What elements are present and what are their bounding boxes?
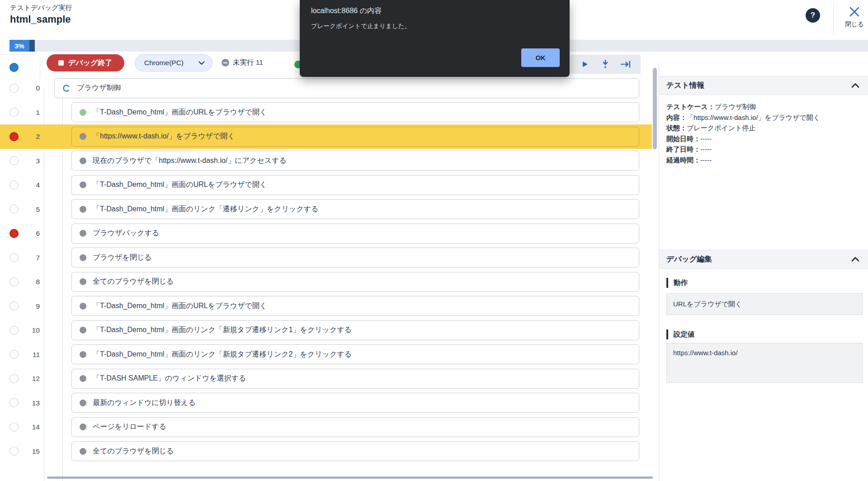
resume-button[interactable] <box>577 57 593 72</box>
step-box[interactable]: 「T-Dash_Demo_html」画面のURLをブラウザで開く <box>71 175 639 195</box>
breakpoint-off-radio[interactable] <box>9 205 19 214</box>
select-all-radio[interactable] <box>9 63 19 72</box>
info-elapsed: 経過時間：----- <box>666 155 865 166</box>
step-row[interactable]: 13最新のウィンドウに切り替える <box>0 391 652 415</box>
step-box[interactable]: ブラウザバックする <box>71 224 639 243</box>
debug-edit-header[interactable]: デバッグ編集 <box>659 250 868 269</box>
close-button[interactable]: 閉じる <box>842 5 867 29</box>
step-row[interactable]: 12「T-DASH SAMPLE」のウィンドウを選択する <box>0 367 652 391</box>
chevron-up-icon[interactable] <box>851 257 859 262</box>
step-label: 「T-Dash_Demo_html」画面のリンク「遷移リンク」をクリックする <box>93 205 319 214</box>
breakpoint-off-radio[interactable] <box>9 350 19 359</box>
breakpoint-off-radio[interactable] <box>9 253 19 262</box>
run-to-end-icon <box>621 60 631 68</box>
step-row[interactable]: 4「T-Dash_Demo_html」画面のURLをブラウザで開く <box>0 173 652 197</box>
status-pending-icon <box>80 206 86 213</box>
step-label: 全てのブラウザを閉じる <box>93 277 174 286</box>
step-row[interactable]: 9「T-Dash_Demo_html」画面のURLをブラウザで開く <box>0 294 652 319</box>
step-row[interactable]: 15全てのブラウザを閉じる <box>0 439 652 464</box>
step-row[interactable]: 6ブラウザバックする <box>0 221 652 246</box>
step-number: 5 <box>18 205 40 214</box>
step-number: 0 <box>18 84 40 92</box>
status-pending-icon <box>80 351 86 358</box>
step-box[interactable]: 「T-Dash_Demo_html」画面のリンク「遷移リンク」をクリックする <box>71 199 639 219</box>
step-label: 「T-Dash_Demo_html」画面のURLをブラウザで開く <box>93 301 267 311</box>
step-row[interactable]: 1「T-Dash_Demo_html」画面のURLをブラウザで開く <box>0 100 652 125</box>
step-row[interactable]: 3現在のブラウザで「https://www.t-dash.io/」にアクセスする <box>0 149 652 173</box>
not-run-badge: 未実行 11 <box>222 58 263 67</box>
step-number: 11 <box>18 351 40 359</box>
vertical-scrollbar[interactable] <box>653 68 657 149</box>
dialog-ok-button[interactable]: OK <box>521 48 560 67</box>
step-label: ブラウザ制御 <box>77 83 121 93</box>
step-box[interactable]: 「T-DASH SAMPLE」のウィンドウを選択する <box>71 369 639 389</box>
step-row[interactable]: 7ブラウザを閉じる <box>0 246 652 270</box>
step-label: 「T-Dash_Demo_html」画面のリンク「新規タブ遷移リンク2」をクリッ… <box>93 350 352 359</box>
close-icon <box>842 5 867 19</box>
step-number: 8 <box>18 278 40 286</box>
step-box[interactable]: 「T-Dash_Demo_html」画面のURLをブラウザで開く <box>71 296 639 316</box>
step-number: 6 <box>18 229 40 238</box>
breakpoint-off-radio[interactable] <box>9 447 19 456</box>
breakpoint-off-radio[interactable] <box>9 108 19 117</box>
stop-icon <box>58 60 64 66</box>
step-box[interactable]: 「https://www.t-dash.io/」をブラウザで開く <box>71 127 639 147</box>
info-content: 内容：「https://www.t-dash.io/」をブラウザで開く <box>666 112 865 123</box>
setting-field[interactable]: https://www.t-dash.io/ <box>666 343 863 383</box>
step-box[interactable]: 全てのブラウザを閉じる <box>71 441 639 461</box>
step-box[interactable]: 「T-Dash_Demo_html」画面のリンク「新規タブ遷移リンク2」をクリッ… <box>71 344 639 364</box>
step-number: 12 <box>18 375 40 383</box>
run-to-end-button[interactable] <box>618 57 633 72</box>
status-passed-icon <box>80 109 86 116</box>
debug-edit-title: デバッグ編集 <box>666 254 712 264</box>
help-button[interactable]: ? <box>806 8 820 23</box>
breakpoint-off-radio[interactable] <box>9 301 19 310</box>
stop-debug-button[interactable]: デバッグ終了 <box>47 54 124 71</box>
step-number: 15 <box>18 448 40 456</box>
step-row[interactable]: 8全てのブラウザを閉じる <box>0 270 652 294</box>
step-box[interactable]: 「T-Dash_Demo_html」画面のリンク「新規タブ遷移リンク1」をクリッ… <box>71 320 639 340</box>
step-row[interactable]: 0ブラウザ制御 <box>0 76 652 100</box>
horizontal-scrollbar[interactable] <box>47 476 653 479</box>
step-box[interactable]: 「T-Dash_Demo_html」画面のURLをブラウザで開く <box>71 102 639 122</box>
step-into-button[interactable] <box>598 57 613 72</box>
breakpoint-off-radio[interactable] <box>9 326 19 335</box>
breakpoint-off-radio[interactable] <box>9 398 19 407</box>
step-label: 現在のブラウザで「https://www.t-dash.io/」にアクセスする <box>93 156 287 166</box>
step-box[interactable]: 最新のウィンドウに切り替える <box>71 393 639 413</box>
step-row[interactable]: 10「T-Dash_Demo_html」画面のリンク「新規タブ遷移リンク1」をク… <box>0 318 652 343</box>
step-row[interactable]: 11「T-Dash_Demo_html」画面のリンク「新規タブ遷移リンク2」をク… <box>0 343 652 367</box>
step-box[interactable]: ページをリロードする <box>71 417 639 437</box>
step-row[interactable]: 5「T-Dash_Demo_html」画面のリンク「遷移リンク」をクリックする <box>0 197 652 222</box>
step-box[interactable]: 現在のブラウザで「https://www.t-dash.io/」にアクセスする <box>71 151 639 171</box>
step-number: 10 <box>18 326 40 334</box>
right-panel: テスト情報 テストケース：ブラウザ制御 内容：「https://www.t-da… <box>659 63 868 481</box>
step-label: 「T-Dash_Demo_html」画面のURLをブラウザで開く <box>93 180 267 190</box>
stop-debug-label: デバッグ終了 <box>68 58 113 68</box>
step-box[interactable]: 全てのブラウザを閉じる <box>71 272 639 292</box>
test-info-header[interactable]: テスト情報 <box>659 76 868 95</box>
status-running-icon <box>62 84 71 92</box>
breakpoint-off-radio[interactable] <box>9 277 19 286</box>
breakpoint-on-radio[interactable] <box>9 229 19 238</box>
breakpoint-off-radio[interactable] <box>9 423 19 432</box>
breakpoint-off-radio[interactable] <box>9 181 19 190</box>
status-pending-icon <box>80 303 86 310</box>
breakpoint-off-radio[interactable] <box>9 156 19 165</box>
page-subtitle: テストデバッグ実行 <box>10 4 72 12</box>
browser-select[interactable]: Chrome(PC) <box>135 54 212 71</box>
step-label: ページをリロードする <box>93 422 166 432</box>
test-info-block: テストケース：ブラウザ制御 内容：「https://www.t-dash.io/… <box>666 101 865 165</box>
step-row[interactable]: 14ページをリロードする <box>0 415 652 439</box>
step-box[interactable]: ブラウザを閉じる <box>71 248 639 267</box>
breakpoint-on-radio[interactable] <box>9 132 19 141</box>
breakpoint-off-radio[interactable] <box>9 84 19 93</box>
step-box[interactable]: ブラウザ制御 <box>54 78 639 98</box>
breakpoint-off-radio[interactable] <box>9 374 19 383</box>
action-field[interactable]: URLをブラウザで開く <box>666 293 863 315</box>
step-into-icon <box>601 60 609 69</box>
step-label: ブラウザを閉じる <box>93 253 152 262</box>
step-row[interactable]: 2「https://www.t-dash.io/」をブラウザで開く <box>0 124 652 149</box>
page-title: html_sample <box>10 14 71 25</box>
chevron-up-icon[interactable] <box>851 83 859 88</box>
